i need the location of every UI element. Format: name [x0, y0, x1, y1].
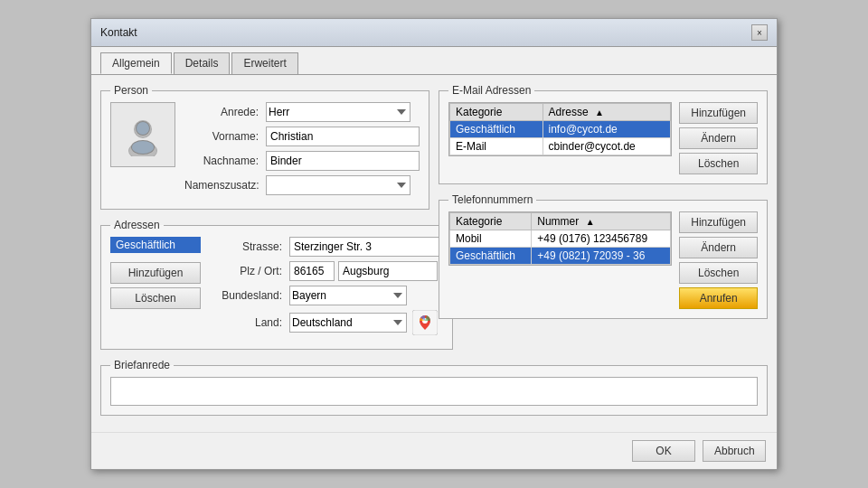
table-row[interactable]: Geschäftlich +49 (0821) 72039 - 36 — [450, 248, 671, 265]
ok-button[interactable]: OK — [632, 440, 695, 462]
email-sort-arrow: ▲ — [595, 108, 604, 117]
phone-row-0-nummer: +49 (0176) 123456789 — [532, 230, 671, 248]
close-button[interactable]: × — [751, 24, 768, 41]
email-table-container: Kategorie Adresse ▲ — [448, 102, 672, 156]
contact-dialog: Kontakt × Allgemein Details Erweitert Pe… — [90, 18, 778, 470]
nachname-row: Nachname: — [184, 151, 420, 171]
tab-allgemein[interactable]: Allgemein — [100, 52, 172, 74]
telefon-aendern-button[interactable]: Ändern — [679, 237, 758, 258]
phone-table-wrap: Kategorie Nummer ▲ — [448, 211, 672, 271]
plzort-inputs — [289, 261, 438, 281]
maps-icon — [412, 310, 438, 335]
address-action-buttons: Hinzufügen Löschen — [110, 262, 201, 309]
svg-point-6 — [137, 122, 149, 135]
telefon-loeschen-button[interactable]: Löschen — [679, 262, 758, 284]
tab-details[interactable]: Details — [174, 52, 231, 74]
nachname-label: Nachname: — [184, 155, 266, 167]
table-row[interactable]: Mobil +49 (0176) 123456789 — [450, 230, 671, 248]
dialog-title: Kontakt — [100, 26, 137, 39]
vorname-input[interactable] — [266, 127, 420, 146]
ort-input[interactable] — [338, 261, 438, 281]
telefon-legend: Telefonnummern — [448, 193, 536, 206]
email-col-kategorie[interactable]: Kategorie — [450, 104, 543, 121]
plzort-row: Plz / Ort: — [208, 261, 443, 281]
right-column: E-Mail Adressen Kategorie Adresse — [439, 84, 768, 359]
phone-table: Kategorie Nummer ▲ — [449, 212, 671, 265]
avatar-icon — [121, 113, 165, 156]
bundesland-row: Bundesland: Bayern Baden-Württemberg Ber… — [208, 286, 443, 305]
anrede-row: Anrede: Herr Frau Dr. Prof. — [184, 102, 420, 122]
namenszusatz-select[interactable] — [266, 175, 410, 195]
plzort-label: Plz / Ort: — [208, 265, 289, 277]
briefanrede-input[interactable] — [110, 377, 758, 406]
email-loeschen-button[interactable]: Löschen — [679, 153, 758, 174]
person-content: Anrede: Herr Frau Dr. Prof. Vorname: — [110, 102, 420, 200]
phone-col-nummer[interactable]: Nummer ▲ — [532, 213, 671, 230]
strasse-row: Strasse: — [208, 237, 443, 257]
namenszusatz-row: Namenszusatz: — [184, 175, 420, 195]
bundesland-label: Bundesland: — [208, 289, 289, 302]
phone-sort-arrow: ▲ — [586, 217, 595, 227]
email-col-adresse-label: Adresse — [549, 106, 589, 118]
land-select[interactable]: Deutschland Österreich Schweiz — [289, 313, 407, 333]
email-col-adresse[interactable]: Adresse ▲ — [542, 104, 671, 121]
phone-row-1-nummer: +49 (0821) 72039 - 36 — [532, 248, 671, 265]
email-legend: E-Mail Adressen — [448, 84, 534, 97]
adressen-loeschen-button[interactable]: Löschen — [110, 287, 201, 309]
adressen-legend: Adressen — [110, 219, 164, 231]
email-content: Kategorie Adresse ▲ — [448, 102, 758, 174]
telefon-content: Kategorie Nummer ▲ — [448, 211, 758, 309]
table-row[interactable]: Geschäftlich info@cycot.de — [450, 121, 671, 138]
plz-input[interactable] — [289, 261, 335, 281]
adressen-content: Geschäftlich Hinzufügen Löschen Strasse: — [110, 237, 443, 340]
adressen-left: Geschäftlich Hinzufügen Löschen — [110, 237, 201, 340]
phone-col-nummer-label: Nummer — [537, 215, 579, 228]
svg-point-7 — [132, 141, 154, 154]
phone-row-0-kategorie: Mobil — [450, 230, 532, 248]
person-section: Person — [100, 84, 429, 210]
email-hinzufuegen-button[interactable]: Hinzufügen — [679, 102, 758, 124]
left-column: Person — [100, 84, 429, 359]
vorname-label: Vorname: — [184, 130, 266, 143]
address-list-item[interactable]: Geschäftlich — [110, 237, 201, 253]
anrede-select[interactable]: Herr Frau Dr. Prof. — [266, 102, 410, 122]
email-row-1-adresse: cbinder@cycot.de — [542, 138, 671, 155]
email-table-wrap: Kategorie Adresse ▲ — [448, 102, 672, 162]
title-bar: Kontakt × — [91, 19, 777, 47]
email-aendern-button[interactable]: Ändern — [679, 127, 758, 149]
person-fields: Anrede: Herr Frau Dr. Prof. Vorname: — [184, 102, 420, 200]
email-table: Kategorie Adresse ▲ — [449, 103, 671, 155]
email-row-1-kategorie: E-Mail — [450, 138, 543, 155]
anrede-label: Anrede: — [184, 106, 266, 118]
strasse-input[interactable] — [289, 237, 443, 257]
adressen-hinzufuegen-button[interactable]: Hinzufügen — [110, 262, 201, 284]
table-row[interactable]: E-Mail cbinder@cycot.de — [450, 138, 671, 155]
vorname-row: Vorname: — [184, 127, 420, 146]
strasse-label: Strasse: — [208, 240, 289, 253]
main-content: Person — [100, 84, 768, 359]
email-row-0-kategorie: Geschäftlich — [450, 121, 543, 138]
footer: OK Abbruch — [91, 432, 777, 469]
briefanrede-legend: Briefanrede — [110, 359, 174, 371]
person-legend: Person — [110, 84, 152, 97]
bundesland-select[interactable]: Bayern Baden-Württemberg Berlin — [289, 286, 407, 305]
namenszusatz-label: Namenszusatz: — [184, 179, 266, 192]
telefon-section: Telefonnummern Kategorie Nummer — [439, 193, 768, 319]
maps-button[interactable] — [412, 310, 438, 335]
abbruch-button[interactable]: Abbruch — [703, 440, 766, 462]
phone-table-container: Kategorie Nummer ▲ — [448, 211, 672, 266]
land-row: Land: Deutschland Österreich Schweiz — [208, 310, 443, 335]
email-row-0-adresse: info@cycot.de — [542, 121, 671, 138]
tab-bar: Allgemein Details Erweitert — [91, 47, 777, 74]
avatar-box — [110, 102, 175, 167]
telefon-anrufen-button[interactable]: Anrufen — [679, 287, 758, 309]
nachname-input[interactable] — [266, 151, 420, 171]
phone-row-1-kategorie: Geschäftlich — [450, 248, 532, 265]
land-label: Land: — [208, 316, 289, 329]
dialog-body: Person — [91, 74, 777, 432]
adressen-fields: Strasse: Plz / Ort: — [208, 237, 443, 340]
telefon-hinzufuegen-button[interactable]: Hinzufügen — [679, 211, 758, 233]
adressen-section: Adressen Geschäftlich Hinzufügen Löschen… — [100, 219, 453, 350]
phone-col-kategorie[interactable]: Kategorie — [450, 213, 532, 230]
tab-erweitert[interactable]: Erweitert — [231, 52, 297, 74]
